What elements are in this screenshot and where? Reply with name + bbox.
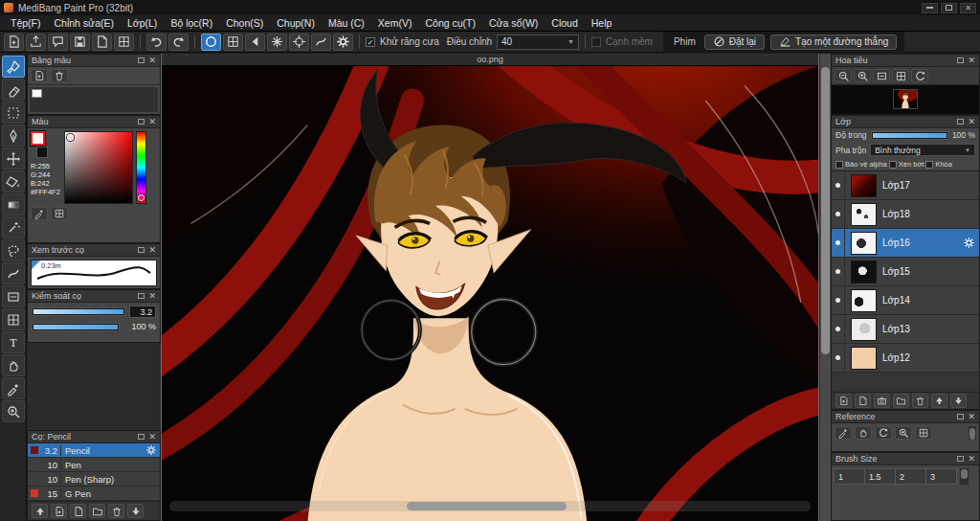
tool-curve[interactable] xyxy=(2,262,25,284)
palette-swatch-list[interactable] xyxy=(30,87,158,112)
canvas-viewport[interactable] xyxy=(162,66,818,521)
brush-size-option[interactable]: 2 xyxy=(895,468,926,485)
layer-visibility-toggle[interactable] xyxy=(832,229,845,257)
palette-add-button[interactable] xyxy=(31,69,48,82)
reference-dropper-button[interactable] xyxy=(835,426,852,440)
layer-visibility-toggle[interactable] xyxy=(832,286,845,314)
brush-curve-button[interactable] xyxy=(311,34,331,51)
antialias-checkbox[interactable]: ✓ xyxy=(366,37,375,47)
canvas-vertical-scrollbar[interactable] xyxy=(819,54,831,521)
brush-size-slider[interactable] xyxy=(32,307,125,316)
fit-window-button[interactable] xyxy=(873,69,890,82)
save-button[interactable] xyxy=(70,34,90,51)
layer-row[interactable]: Lớp14 xyxy=(832,286,979,315)
tool-divide[interactable] xyxy=(2,308,25,330)
publish-button[interactable] xyxy=(48,34,68,51)
hue-slider[interactable] xyxy=(136,131,146,204)
layer-row[interactable]: Lớp15 xyxy=(832,258,979,286)
close-icon[interactable]: ✕ xyxy=(148,118,156,126)
gear-icon[interactable] xyxy=(145,444,157,456)
palette-swatch[interactable] xyxy=(32,89,42,98)
layer-opacity-slider[interactable] xyxy=(871,131,948,140)
popout-icon[interactable] xyxy=(957,414,964,419)
layer-row[interactable]: Lớp12 xyxy=(832,344,979,373)
popout-icon[interactable] xyxy=(138,247,145,253)
close-icon[interactable]: ✕ xyxy=(968,413,975,421)
brush-tip-triangle-button[interactable] xyxy=(245,34,265,51)
tool-select-rect[interactable] xyxy=(2,102,25,124)
reference-hand-button[interactable] xyxy=(855,426,872,440)
color-wheel-toggle-button[interactable] xyxy=(31,207,48,220)
document-list-button[interactable] xyxy=(114,34,134,51)
blend-mode-select[interactable]: Bình thường ▼ xyxy=(870,144,975,156)
popout-icon[interactable] xyxy=(957,456,964,462)
tool-eraser[interactable] xyxy=(2,79,25,101)
scrollbar-thumb[interactable] xyxy=(407,502,568,510)
close-button[interactable]: ✕ xyxy=(960,3,976,13)
menu-filter[interactable]: Bộ lọc(R) xyxy=(164,16,219,30)
layer-duplicate-button[interactable] xyxy=(855,394,871,408)
soft-edge-checkbox[interactable] xyxy=(591,37,601,47)
tool-lasso[interactable] xyxy=(2,239,25,261)
brush-list-item[interactable]: 10 Pen (Sharp) xyxy=(28,472,160,487)
background-color-swatch[interactable] xyxy=(36,147,48,158)
create-line-button[interactable]: Tạo một đường thẳng xyxy=(770,34,897,50)
close-icon[interactable]: ✕ xyxy=(968,57,975,65)
tool-brush[interactable] xyxy=(2,56,25,78)
tool-fill-bucket[interactable] xyxy=(2,170,25,193)
tool-text[interactable] xyxy=(2,331,25,353)
reference-zoom-button[interactable] xyxy=(895,426,912,440)
reference-rotate-button[interactable] xyxy=(875,426,892,440)
menu-cloud[interactable]: Cloud xyxy=(545,16,584,30)
layer-visibility-toggle[interactable] xyxy=(832,315,845,343)
brush-list-item[interactable]: 15 G Pen xyxy=(28,487,160,501)
menu-edit[interactable]: Chỉnh sửa(E) xyxy=(48,16,121,30)
canvas-horizontal-scrollbar[interactable] xyxy=(169,501,811,511)
brush-folder-button[interactable] xyxy=(89,504,105,518)
correction-select[interactable]: 40 ▼ xyxy=(497,34,579,50)
tool-eyedropper[interactable] xyxy=(2,377,25,399)
clipping-checkbox[interactable] xyxy=(889,161,897,169)
brush-tip-grid-button[interactable] xyxy=(223,34,243,51)
reset-rotation-button[interactable] xyxy=(911,69,928,82)
close-icon[interactable]: ✕ xyxy=(968,118,975,126)
layer-camera-button[interactable] xyxy=(874,394,890,408)
brush-size-value[interactable]: 3.2 xyxy=(129,306,156,318)
foreground-color-swatch[interactable] xyxy=(31,131,45,146)
menu-select[interactable]: Chọn(S) xyxy=(219,16,270,30)
popout-icon[interactable] xyxy=(957,119,964,125)
layer-visibility-toggle[interactable] xyxy=(832,344,845,372)
brush-list-item[interactable]: 10 Pen xyxy=(28,458,160,472)
tool-pen[interactable] xyxy=(2,125,25,147)
close-icon[interactable]: ✕ xyxy=(148,57,156,65)
scrollbar-thumb[interactable] xyxy=(961,469,968,479)
brush-scatter-button[interactable] xyxy=(267,34,287,51)
layer-down-button[interactable] xyxy=(950,394,967,408)
layer-row-selected[interactable]: Lớp16 xyxy=(832,229,979,258)
actual-size-button[interactable] xyxy=(892,69,909,82)
popout-icon[interactable] xyxy=(138,434,145,440)
hue-marker[interactable] xyxy=(138,194,145,201)
menu-window[interactable]: Cửa sổ(W) xyxy=(482,16,545,30)
maximize-button[interactable] xyxy=(941,3,957,13)
redo-button[interactable] xyxy=(168,34,189,51)
canvas-artwork[interactable] xyxy=(162,66,818,521)
zoom-in-button[interactable] xyxy=(854,69,871,82)
navigator-preview[interactable] xyxy=(832,85,979,114)
menu-snap[interactable]: Chụp(N) xyxy=(270,16,322,30)
layer-row[interactable]: Lớp17 xyxy=(832,171,979,200)
reference-scrollbar[interactable] xyxy=(969,426,976,440)
scrollbar-thumb[interactable] xyxy=(821,67,830,354)
layer-visibility-toggle[interactable] xyxy=(832,171,845,199)
tool-shape[interactable] xyxy=(2,285,25,307)
zoom-out-button[interactable] xyxy=(835,69,852,82)
layer-add-button[interactable] xyxy=(835,394,852,408)
new-file-button[interactable] xyxy=(4,34,24,51)
brush-size-option[interactable]: 1 xyxy=(834,468,865,485)
brush-up-button[interactable] xyxy=(32,504,48,518)
reset-button[interactable]: Đặt lại xyxy=(704,34,765,50)
minimize-button[interactable] xyxy=(922,3,938,13)
popout-icon[interactable] xyxy=(957,57,964,63)
navigator-thumbnail[interactable] xyxy=(893,89,918,109)
popout-icon[interactable] xyxy=(138,119,145,125)
